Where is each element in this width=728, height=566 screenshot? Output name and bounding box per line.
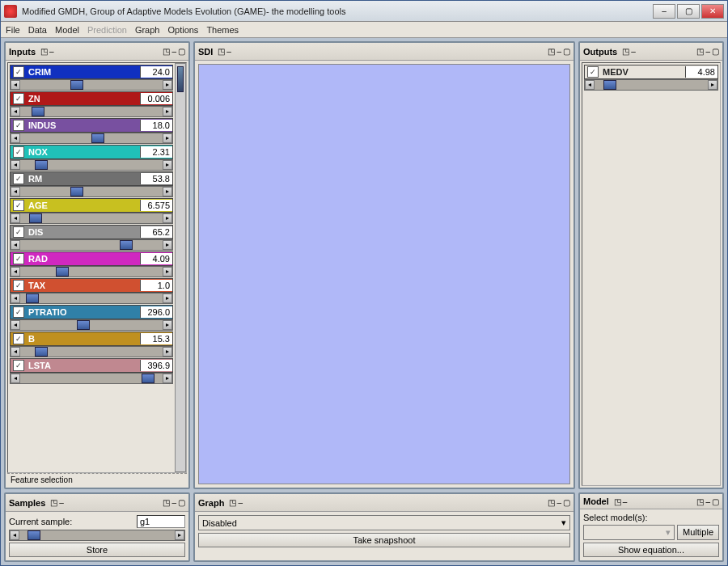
slider-left-icon[interactable]: ◂ [11,240,20,250]
input-slider[interactable]: ◂▸ [10,293,173,304]
checkbox[interactable]: ✓ [13,146,24,158]
detach-icon[interactable]: ◳ [50,498,57,507]
current-sample-field[interactable] [137,515,185,528]
detach-icon[interactable]: ◳ [614,497,621,506]
slider-right-icon[interactable]: ▸ [163,320,172,330]
max-icon[interactable]: ▢ [178,47,185,56]
max-icon[interactable]: ▢ [712,47,719,56]
slider-left-icon[interactable]: ◂ [11,133,20,143]
slider-right-icon[interactable]: ▸ [163,107,172,116]
detach2-icon[interactable]: ◳ [163,498,170,507]
input-slider[interactable]: ◂▸ [10,186,173,197]
graph-state-combo[interactable]: Disabled ▾ [198,515,570,530]
input-slider[interactable]: ◂▸ [10,346,173,357]
checkbox[interactable]: ✓ [13,66,24,78]
min-icon[interactable]: – [238,498,243,507]
slider-right-icon[interactable]: ▸ [163,374,172,383]
slider-left-icon[interactable]: ◂ [11,80,20,90]
min2-icon[interactable]: – [705,497,710,506]
slider-right-icon[interactable]: ▸ [708,80,717,90]
slider-left-icon[interactable]: ◂ [11,347,20,357]
detach2-icon[interactable]: ◳ [548,47,555,56]
min2-icon[interactable]: – [171,47,176,56]
max-icon[interactable]: ▢ [712,497,719,506]
max-icon[interactable]: ▢ [563,47,570,56]
detach2-icon[interactable]: ◳ [548,498,555,507]
max-icon[interactable]: ▢ [178,498,185,507]
slider-left-icon[interactable]: ◂ [585,80,595,90]
slider-right-icon[interactable]: ▸ [175,530,184,540]
slider-right-icon[interactable]: ▸ [163,267,172,277]
detach2-icon[interactable]: ◳ [163,47,170,56]
slider-right-icon[interactable]: ▸ [163,213,172,223]
min2-icon[interactable]: – [705,47,710,56]
input-slider[interactable]: ◂▸ [10,239,173,251]
min2-icon[interactable]: – [171,498,176,507]
min-icon[interactable]: – [49,47,54,56]
checkbox[interactable]: ✓ [13,333,24,344]
checkbox[interactable]: ✓ [13,253,24,264]
slider-right-icon[interactable]: ▸ [163,160,172,170]
detach2-icon[interactable]: ◳ [696,47,704,56]
maximize-button[interactable]: ▢ [677,4,700,19]
checkbox[interactable]: ✓ [13,226,24,238]
slider-right-icon[interactable]: ▸ [163,294,172,303]
show-equation-button[interactable]: Show equation... [583,543,719,557]
slider-left-icon[interactable]: ◂ [11,294,20,303]
input-slider[interactable]: ◂▸ [10,266,173,277]
detach-icon[interactable]: ◳ [218,47,225,56]
slider-right-icon[interactable]: ▸ [163,347,172,357]
input-slider[interactable]: ◂▸ [10,213,173,224]
slider-left-icon[interactable]: ◂ [11,374,20,383]
menu-graph[interactable]: Graph [135,25,160,35]
input-slider[interactable]: ◂▸ [10,159,173,171]
slider-left-icon[interactable]: ◂ [11,107,20,116]
multiple-button[interactable]: Multiple [677,525,719,540]
menu-model[interactable]: Model [55,25,79,35]
sample-slider[interactable]: ◂ ▸ [9,530,185,541]
slider-right-icon[interactable]: ▸ [163,240,172,250]
take-snapshot-button[interactable]: Take snapshoot [198,533,570,547]
min-icon[interactable]: – [226,47,231,56]
menu-data[interactable]: Data [28,25,47,35]
input-slider[interactable]: ◂▸ [10,133,173,144]
menu-options[interactable]: Options [167,25,198,35]
min-icon[interactable]: – [623,497,628,506]
slider-left-icon[interactable]: ◂ [11,213,20,223]
input-slider[interactable]: ◂▸ [10,373,173,384]
slider-left-icon[interactable]: ◂ [11,160,20,170]
checkbox[interactable]: ✓ [13,120,24,131]
detach2-icon[interactable]: ◳ [696,497,704,506]
input-slider[interactable]: ◂▸ [10,79,173,91]
slider-left-icon[interactable]: ◂ [11,187,20,196]
min2-icon[interactable]: – [557,498,561,507]
checkbox[interactable]: ✓ [13,280,24,291]
min-icon[interactable]: – [631,47,636,56]
close-button[interactable]: ✕ [701,4,724,19]
detach-icon[interactable]: ◳ [622,47,629,56]
input-slider[interactable]: ◂▸ [584,79,718,91]
min2-icon[interactable]: – [557,47,561,56]
menu-file[interactable]: File [6,25,20,35]
slider-right-icon[interactable]: ▸ [163,80,172,90]
checkbox[interactable]: ✓ [13,306,24,318]
slider-left-icon[interactable]: ◂ [10,530,19,540]
menu-themes[interactable]: Themes [206,25,239,35]
sdi-canvas[interactable] [198,64,570,484]
checkbox[interactable]: ✓ [13,200,24,211]
slider-right-icon[interactable]: ▸ [163,187,172,196]
checkbox[interactable]: ✓ [13,360,24,371]
detach-icon[interactable]: ◳ [40,47,48,56]
checkbox[interactable]: ✓ [13,173,24,184]
store-button[interactable]: Store [9,543,185,557]
inputs-scrollbar[interactable] [175,63,186,472]
min-icon[interactable]: – [59,498,64,507]
slider-left-icon[interactable]: ◂ [11,267,20,277]
checkbox[interactable]: ✓ [13,93,24,104]
model-select-combo[interactable]: ▾ [583,525,675,540]
slider-left-icon[interactable]: ◂ [11,320,20,330]
max-icon[interactable]: ▢ [563,498,570,507]
input-slider[interactable]: ◂▸ [10,319,173,331]
checkbox[interactable]: ✓ [587,66,599,78]
minimize-button[interactable]: – [653,4,675,19]
